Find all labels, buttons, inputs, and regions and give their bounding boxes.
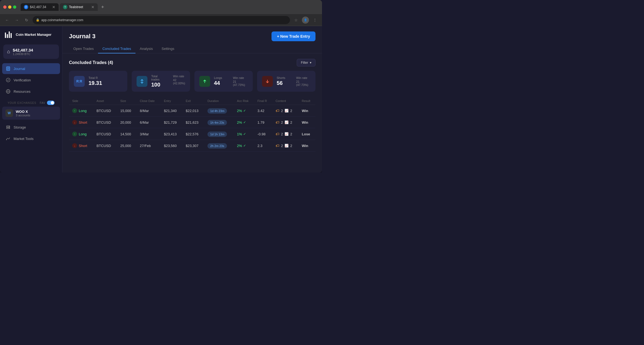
side-dot-3: ↓ (72, 143, 77, 148)
side-label-3: Short (79, 144, 87, 148)
fav-toggle: FAV (40, 101, 55, 105)
tag-count-3: 2 (281, 144, 283, 148)
sidebar-item-verification[interactable]: Verification (2, 75, 60, 85)
longs-winrate-value: 21 (47.73%) (233, 80, 248, 87)
tab2-label: Tealstreet (69, 5, 83, 9)
toolbar-right: ☆ 👤 ⋮ (292, 16, 319, 24)
sidebar-item-storage[interactable]: Storage (2, 122, 60, 133)
forward-button[interactable]: → (13, 16, 21, 24)
storage-label: Storage (14, 125, 26, 129)
star-button[interactable]: ☆ (292, 16, 300, 24)
duration-badge-3: 2h 2m 23s (207, 143, 227, 149)
tab-analysis[interactable]: Analysis (135, 44, 157, 53)
trade-exit-0: $22,013 (182, 105, 204, 117)
lock-icon: 🔒 (36, 18, 40, 22)
rr-icon: R:R (74, 76, 85, 87)
browser-tab-1[interactable]: ₿ $42,487.34 ✕ (21, 3, 59, 11)
refresh-button[interactable]: ↻ (23, 16, 30, 24)
address-bar[interactable]: 🔒 app.coinmarketmanager.com (33, 16, 290, 24)
trade-entry-3: $23,560 (161, 140, 182, 152)
short-icon (262, 76, 273, 87)
trades-label: Total trades (151, 75, 162, 81)
close-traffic-light[interactable] (3, 5, 7, 9)
longs-value: 44 (214, 80, 222, 86)
browser-toolbar: ← → ↻ 🔒 app.coinmarketmanager.com ☆ 👤 ⋮ (0, 14, 322, 26)
table-row[interactable]: ↑ Long BTCUSD 15,000 8/Mar $21,340 $22,0… (69, 105, 315, 117)
new-trade-button[interactable]: + New Trade Entry (272, 31, 315, 41)
tab-open-trades[interactable]: Open Trades (69, 44, 98, 53)
browser-tab-2[interactable]: T Tealstreet ✕ (60, 3, 98, 11)
tab1-label: $42,487.34 (30, 5, 46, 9)
sidebar-item-journal[interactable]: Journal (2, 63, 60, 74)
trade-exit-2: $22,576 (182, 128, 204, 140)
trade-final-r-3: 2.3 (254, 140, 272, 152)
svg-point-16 (9, 128, 10, 128)
wallet-box[interactable]: ⌂ $42,487.34 1.24939 BTC (3, 44, 59, 59)
tag-count-1: 2 (281, 120, 283, 124)
stats-row: R:R Total R 19.31 (69, 71, 315, 92)
app-layout: Coin Market Manager ⌂ $42,487.34 1.24939… (0, 26, 322, 173)
resources-icon (5, 89, 11, 94)
longs-main-info: Longs 44 (214, 76, 222, 86)
trade-content-1: 🏷 2 📈 2 (272, 117, 299, 128)
tab-settings[interactable]: Settings (157, 44, 179, 53)
logo-area: Coin Market Manager (0, 30, 62, 44)
fav-switch[interactable] (47, 101, 55, 105)
longs-win-info: Win rate 21 (47.73%) (233, 76, 248, 87)
trade-final-r-2: -0.98 (254, 128, 272, 140)
table-row[interactable]: ↓ Short BTCUSD 25,000 27/Feb $23,560 $23… (69, 140, 315, 152)
user-avatar[interactable]: 👤 (302, 17, 309, 24)
menu-button[interactable]: ⋮ (311, 16, 319, 24)
tag-icon-3: 🏷 (276, 143, 279, 148)
trades-win-info: Win rate 42 (42.00%) (173, 75, 185, 85)
page-title: Journal 3 (69, 33, 96, 40)
tab1-close[interactable]: ✕ (52, 5, 55, 9)
tabs-row: Open Trades Concluded Trades Analysis Se… (62, 41, 322, 53)
col-side: Side (69, 97, 93, 105)
table-row[interactable]: ↓ Short BTCUSD 20,000 6/Mar $21,729 $21,… (69, 117, 315, 128)
storage-icon (5, 124, 11, 130)
sidebar-item-resources[interactable]: Resources (2, 86, 60, 97)
table-header-row: Side Asset Size Close Date Entry Exit Du… (69, 97, 315, 105)
wallet-amount: $42,487.34 (13, 48, 33, 52)
risk-check-2: ✓ (243, 132, 246, 136)
market-tools-label: Market Tools (14, 137, 33, 141)
tag-count-0: 2 (281, 109, 283, 113)
trade-size-0: 15,000 (117, 105, 137, 117)
trades-value: 100 (151, 82, 162, 88)
trade-entry-1: $21,729 (161, 117, 182, 128)
maximize-traffic-light[interactable] (13, 5, 16, 9)
trade-exit-1: $21,623 (182, 117, 204, 128)
sidebar-nav: Journal Verification (0, 63, 62, 168)
address-text: app.coinmarketmanager.com (41, 18, 83, 22)
risk-value-1: 2% (237, 120, 242, 124)
trade-result-2: Lose (299, 128, 315, 140)
exchange-item-woox[interactable]: W WOO X 3 accounts (2, 107, 60, 120)
table-header: Side Asset Size Close Date Entry Exit Du… (69, 97, 315, 105)
app-name: Coin Market Manager (16, 33, 51, 37)
woox-icon: W (5, 109, 13, 117)
trade-icon (137, 76, 147, 87)
back-button[interactable]: ← (3, 16, 11, 24)
trade-result-3: Win (299, 140, 315, 152)
longs-winrate-label: Win rate (233, 76, 248, 79)
stat-card-shorts: Shorts 56 Win rate 21 (47.73%) (257, 71, 315, 92)
chart-icon-2: 📈 (285, 132, 289, 136)
side-dot-2: ↑ (72, 132, 77, 136)
new-tab-button[interactable]: + (99, 3, 106, 11)
tab-concluded-trades[interactable]: Concluded Trades (98, 44, 135, 53)
trade-side-3: ↓ Short (69, 140, 93, 152)
minimize-traffic-light[interactable] (8, 5, 11, 9)
chart-icon-1: 📈 (285, 120, 289, 124)
chart-count-1: 2 (290, 120, 292, 124)
tab2-close[interactable]: ✕ (91, 5, 94, 9)
sidebar-item-market-tools[interactable]: Market Tools (2, 133, 60, 144)
app-logo (4, 30, 13, 39)
filter-button[interactable]: Filter ▾ (297, 59, 315, 66)
svg-rect-0 (5, 33, 6, 38)
trade-content-3: 🏷 2 📈 2 (272, 140, 299, 152)
trades-winrate-label: Win rate (173, 75, 185, 78)
table-row[interactable]: ↑ Long BTCUSD 14,500 3/Mar $23,413 $22,5… (69, 128, 315, 140)
col-entry: Entry (161, 97, 182, 105)
trades-table: Side Asset Size Close Date Entry Exit Du… (69, 97, 315, 152)
